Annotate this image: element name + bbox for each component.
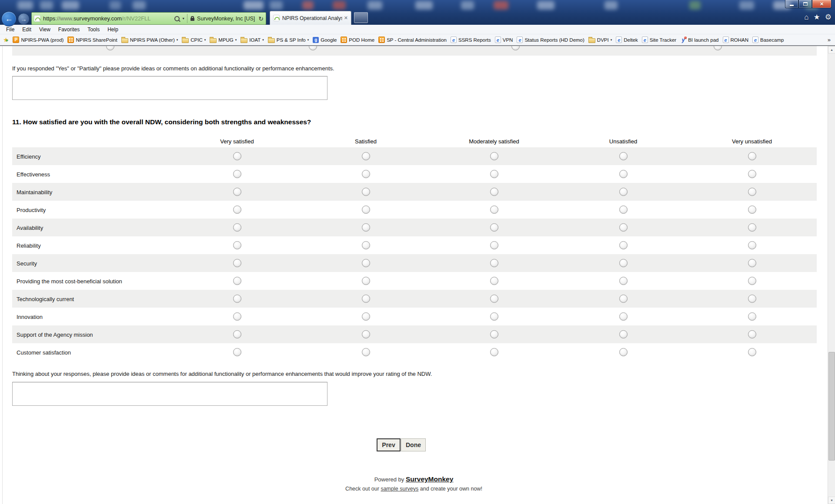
radio-technologically-current-very-unsatisfied[interactable] — [748, 295, 756, 303]
favorite-status-reports-hd-demo[interactable]: eStatus Reports (HD Demo) — [517, 36, 584, 43]
radio-productivity-unsatisfied[interactable] — [619, 206, 628, 214]
radio-reliability-very-unsatisfied[interactable] — [748, 241, 756, 249]
q10-comment-textarea[interactable] — [12, 76, 327, 100]
radio-availability-unsatisfied[interactable] — [619, 223, 628, 232]
menu-edit[interactable]: Edit — [18, 27, 35, 33]
radio-providing-the-most-cost-beneficial-solution-satisfied[interactable] — [362, 277, 370, 285]
radio-customer-satisfaction-unsatisfied[interactable] — [619, 348, 628, 356]
radio-efficiency-very-satisfied[interactable] — [233, 152, 241, 160]
gear-icon[interactable]: ⚙ — [825, 13, 832, 22]
search-icon[interactable] — [174, 16, 180, 21]
favorite-deltek[interactable]: eDeltek — [616, 36, 638, 43]
radio-maintainability-satisfied[interactable] — [362, 188, 370, 196]
favorite-npirs-pwa-prod[interactable]: PNPIRS-PWA (prod) — [13, 36, 63, 43]
menu-favorites[interactable]: Favorites — [54, 27, 84, 33]
radio-effectiveness-satisfied[interactable] — [362, 170, 370, 178]
radio-availability-very-unsatisfied[interactable] — [748, 223, 756, 232]
maximize-button[interactable] — [798, 0, 812, 8]
favorite-npirs-pwa-other[interactable]: NPIRS PWA (Other)▾ — [121, 37, 178, 43]
radio-effectiveness-unsatisfied[interactable] — [619, 170, 628, 178]
radio-innovation-satisfied[interactable] — [362, 312, 370, 321]
sample-surveys-link[interactable]: sample surveys — [381, 486, 418, 492]
surveymonkey-link[interactable]: SurveyMonkey — [406, 475, 453, 483]
radio-availability-moderately-satisfied[interactable] — [490, 223, 498, 232]
favorite-bi-launch-pad[interactable]: yBI launch pad — [680, 36, 718, 43]
prev-button[interactable]: Prev — [377, 438, 401, 451]
minimize-button[interactable] — [785, 0, 798, 8]
search-dropdown-icon[interactable]: ▼ — [182, 17, 185, 20]
radio-productivity-very-satisfied[interactable] — [233, 206, 241, 214]
browser-tab[interactable]: NPIRS Operational Analysis ... ✕ — [270, 11, 351, 25]
close-button[interactable]: ✕ — [812, 0, 832, 8]
scroll-up-icon[interactable]: ▲ — [828, 46, 835, 53]
favorite-vpn[interactable]: eVPN — [495, 36, 513, 43]
radio-technologically-current-unsatisfied[interactable] — [619, 295, 628, 303]
radio-innovation-very-unsatisfied[interactable] — [748, 312, 756, 321]
favorite-site-tracker[interactable]: eSite Tracker — [642, 36, 676, 43]
radio-providing-the-most-cost-beneficial-solution-moderately-satisfied[interactable] — [490, 277, 498, 285]
radio-maintainability-very-satisfied[interactable] — [233, 188, 241, 196]
radio-effectiveness-very-satisfied[interactable] — [233, 170, 241, 178]
menu-help[interactable]: Help — [104, 27, 122, 33]
radio-productivity-very-unsatisfied[interactable] — [748, 206, 756, 214]
radio-customer-satisfaction-satisfied[interactable] — [362, 348, 370, 356]
radio-availability-very-satisfied[interactable] — [233, 223, 241, 232]
menu-file[interactable]: File — [2, 27, 18, 33]
favorite-cpic[interactable]: CPIC▾ — [182, 37, 206, 43]
radio-security-very-unsatisfied[interactable] — [748, 259, 756, 267]
favorite-npirs-sharepoint[interactable]: NPIRS SharePoint — [67, 36, 117, 43]
radio-customer-satisfaction-very-satisfied[interactable] — [233, 348, 241, 356]
home-icon[interactable]: ⌂ — [804, 13, 808, 22]
favorite-google[interactable]: gGoogle — [313, 37, 337, 43]
scrollbar-thumb[interactable] — [828, 352, 835, 461]
radio-providing-the-most-cost-beneficial-solution-unsatisfied[interactable] — [619, 277, 628, 285]
radio-productivity-moderately-satisfied[interactable] — [490, 206, 498, 214]
radio-previous-question-partial[interactable] — [106, 46, 114, 50]
favorite-pod-home[interactable]: POD Home — [341, 36, 374, 43]
tab-close-icon[interactable]: ✕ — [344, 15, 348, 21]
radio-productivity-satisfied[interactable] — [362, 206, 370, 214]
forward-button[interactable]: → — [18, 13, 30, 25]
radio-effectiveness-very-unsatisfied[interactable] — [748, 170, 756, 178]
radio-customer-satisfaction-moderately-satisfied[interactable] — [490, 348, 498, 356]
radio-maintainability-very-unsatisfied[interactable] — [748, 188, 756, 196]
radio-reliability-moderately-satisfied[interactable] — [490, 241, 498, 249]
radio-innovation-very-satisfied[interactable] — [233, 312, 241, 321]
security-certificate-label[interactable]: SurveyMonkey, Inc [US] — [197, 16, 255, 22]
radio-security-satisfied[interactable] — [362, 259, 370, 267]
add-favorite-icon[interactable]: ★ — [3, 36, 9, 43]
radio-availability-satisfied[interactable] — [362, 223, 370, 232]
lock-icon[interactable] — [190, 18, 194, 21]
scroll-down-icon[interactable]: ▼ — [828, 497, 835, 504]
radio-maintainability-unsatisfied[interactable] — [619, 188, 628, 196]
favorite-sp-central-administration[interactable]: SP - Central Administration — [378, 36, 447, 43]
radio-support-of-the-agency-mission-unsatisfied[interactable] — [619, 330, 628, 338]
radio-innovation-moderately-satisfied[interactable] — [490, 312, 498, 321]
radio-reliability-unsatisfied[interactable] — [619, 241, 628, 249]
radio-previous-question-partial[interactable] — [309, 46, 317, 50]
radio-providing-the-most-cost-beneficial-solution-very-unsatisfied[interactable] — [748, 277, 756, 285]
radio-security-moderately-satisfied[interactable] — [490, 259, 498, 267]
radio-reliability-very-satisfied[interactable] — [233, 241, 241, 249]
favorites-star-icon[interactable]: ★ — [814, 13, 820, 22]
favorite-ssrs-reports[interactable]: eSSRS Reports — [451, 36, 491, 43]
radio-support-of-the-agency-mission-very-unsatisfied[interactable] — [748, 330, 756, 338]
radio-customer-satisfaction-very-unsatisfied[interactable] — [748, 348, 756, 356]
radio-support-of-the-agency-mission-moderately-satisfied[interactable] — [490, 330, 498, 338]
radio-efficiency-very-unsatisfied[interactable] — [748, 152, 756, 160]
radio-previous-question-partial[interactable] — [714, 46, 722, 50]
done-button[interactable]: Done — [401, 438, 426, 451]
radio-efficiency-unsatisfied[interactable] — [619, 152, 628, 160]
radio-maintainability-moderately-satisfied[interactable] — [490, 188, 498, 196]
radio-security-very-satisfied[interactable] — [233, 259, 241, 267]
vertical-scrollbar[interactable]: ▲ ▼ — [828, 46, 835, 504]
radio-efficiency-moderately-satisfied[interactable] — [490, 152, 498, 160]
favorite-rohan[interactable]: eROHAN — [723, 36, 749, 43]
radio-security-unsatisfied[interactable] — [619, 259, 628, 267]
radio-innovation-unsatisfied[interactable] — [619, 312, 628, 321]
favorite-basecamp[interactable]: eBasecamp — [752, 36, 784, 43]
favorites-overflow-chevron[interactable]: » — [828, 36, 832, 43]
radio-support-of-the-agency-mission-very-satisfied[interactable] — [233, 330, 241, 338]
menu-view[interactable]: View — [35, 27, 54, 33]
radio-previous-question-partial[interactable] — [511, 46, 520, 50]
